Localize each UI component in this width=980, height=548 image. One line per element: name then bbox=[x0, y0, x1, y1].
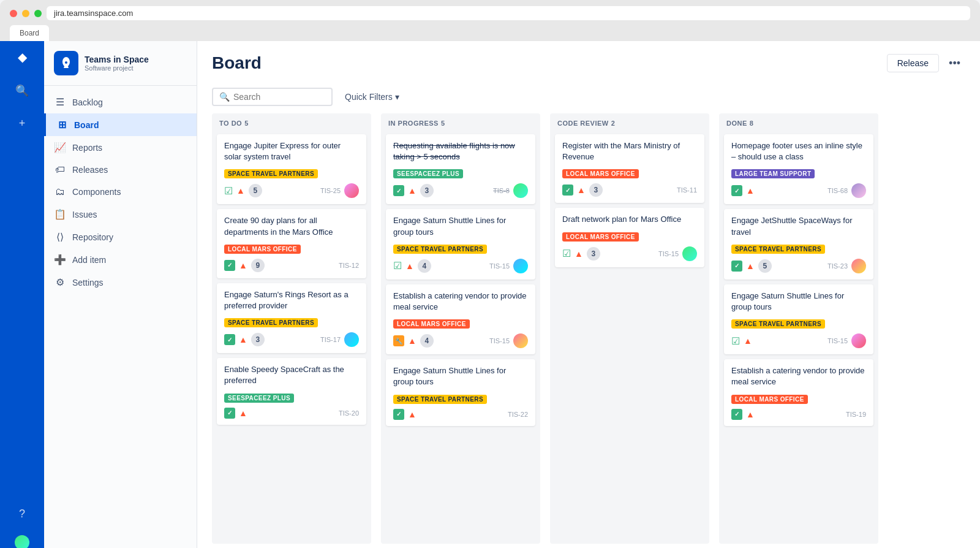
maximize-dot[interactable] bbox=[34, 10, 42, 17]
card[interactable]: Engage Saturn Shuttle Lines for group to… bbox=[386, 209, 535, 279]
card-type-icon: ✓ bbox=[731, 261, 742, 272]
card-id: TIS-15 bbox=[658, 250, 679, 257]
column-cards-done: Homepage footer uses an inline style – s… bbox=[719, 132, 878, 544]
sidebar-item-issues[interactable]: 📋 Issues bbox=[44, 203, 197, 226]
card-type-icon: ✓ bbox=[224, 334, 235, 345]
card-title: Requesting available flights is now taki… bbox=[393, 140, 528, 162]
card-label: SEESPACEEZ PLUS bbox=[393, 169, 463, 178]
card-id: TIS-12 bbox=[339, 262, 359, 269]
card[interactable]: Register with the Mars Ministry of Reven… bbox=[555, 134, 704, 203]
card[interactable]: Enable Speedy SpaceCraft as the preferre… bbox=[217, 358, 366, 424]
sidebar-item-reports[interactable]: 📈 Reports bbox=[44, 136, 197, 159]
sidebar-item-label: Backlog bbox=[72, 97, 103, 107]
card[interactable]: Create 90 day plans for all departments … bbox=[217, 209, 366, 278]
column-code-review: CODE REVIEW 2 Register with the Mars Min… bbox=[550, 113, 709, 544]
search-icon[interactable]: 🔍 bbox=[10, 79, 34, 102]
card-type-icon: ✓ bbox=[224, 408, 235, 419]
card-label: LOCAL MARS OFFICE bbox=[731, 395, 808, 404]
project-header: Teams in Space Software project bbox=[44, 51, 197, 86]
card-id: TIS-20 bbox=[339, 409, 359, 417]
browser-controls: jira.teamsinspace.com bbox=[10, 6, 970, 20]
story-points: 9 bbox=[251, 259, 265, 272]
sidebar-item-components[interactable]: 🗂 Components bbox=[44, 181, 197, 203]
quick-filters-label: Quick Filters bbox=[345, 92, 393, 102]
app-logo[interactable]: ◆ bbox=[18, 50, 27, 64]
card-title: Draft network plan for Mars Office bbox=[562, 214, 697, 225]
board-icon: ⊞ bbox=[56, 119, 68, 131]
browser-tab[interactable]: Board bbox=[10, 25, 49, 41]
sidebar-item-releases[interactable]: 🏷 Releases bbox=[44, 159, 197, 181]
story-points: 3 bbox=[587, 247, 600, 261]
sidebar-item-label: Board bbox=[74, 120, 99, 130]
close-dot[interactable] bbox=[10, 10, 17, 17]
sidebar-item-settings[interactable]: ⚙ Settings bbox=[44, 271, 197, 294]
card-label: LOCAL MARS OFFICE bbox=[393, 319, 470, 329]
card-footer: ✓ ▲ 9 TIS-12 bbox=[224, 259, 359, 272]
priority-icon: ▲ bbox=[746, 261, 755, 271]
card-label: LOCAL MARS OFFICE bbox=[224, 245, 301, 254]
card[interactable]: Engage Jupiter Express for outer solar s… bbox=[217, 134, 366, 204]
search-icon: 🔍 bbox=[219, 92, 230, 102]
card-label: SPACE TRAVEL PARTNERS bbox=[393, 245, 487, 254]
card-label: SPACE TRAVEL PARTNERS bbox=[731, 245, 825, 254]
card[interactable]: Draft network plan for Mars Office LOCAL… bbox=[555, 208, 704, 267]
more-options-button[interactable]: ••• bbox=[944, 55, 965, 72]
create-icon[interactable]: + bbox=[14, 112, 31, 135]
card[interactable]: Engage Saturn Shuttle Lines for group to… bbox=[386, 359, 535, 425]
quick-filters-button[interactable]: Quick Filters ▾ bbox=[340, 88, 404, 105]
card-id: TIS-19 bbox=[846, 411, 866, 418]
column-count-todo: 5 bbox=[244, 120, 249, 127]
card-footer: ✓ ▲ TIS-20 bbox=[224, 408, 359, 419]
issues-icon: 📋 bbox=[54, 208, 66, 220]
card-id: TIS-15 bbox=[827, 337, 848, 344]
sidebar-item-label: Add item bbox=[72, 255, 106, 265]
help-icon[interactable]: ? bbox=[14, 503, 30, 525]
card-type-icon: ✓ bbox=[393, 409, 404, 420]
priority-icon: ▲ bbox=[746, 186, 755, 196]
release-button[interactable]: Release bbox=[887, 54, 939, 72]
card[interactable]: Engage Saturn's Rings Resort as a prefer… bbox=[217, 283, 366, 353]
sidebar-item-label: Releases bbox=[72, 165, 108, 175]
card-footer: ☑ ▲ 5 TIS-25 bbox=[224, 183, 359, 198]
card-title: Create 90 day plans for all departments … bbox=[224, 215, 359, 237]
card-type-icon: ✓ bbox=[393, 185, 404, 196]
card-id: TIS-17 bbox=[320, 336, 341, 343]
priority-icon: ▲ bbox=[575, 249, 583, 259]
card-title: Establish a catering vendor to provide m… bbox=[731, 365, 866, 387]
sidebar-item-repository[interactable]: ⟨⟩ Repository bbox=[44, 226, 197, 248]
sidebar-item-label: Settings bbox=[72, 278, 104, 287]
search-input[interactable] bbox=[233, 92, 325, 102]
card-label: LOCAL MARS OFFICE bbox=[562, 232, 639, 242]
repository-icon: ⟨⟩ bbox=[54, 231, 66, 243]
card[interactable]: Requesting available flights is now taki… bbox=[386, 134, 535, 204]
sidebar-item-backlog[interactable]: ☰ Backlog bbox=[44, 91, 197, 113]
card-type-icon: ☑ bbox=[731, 335, 740, 347]
priority-icon: ▲ bbox=[236, 186, 245, 196]
card[interactable]: Establish a catering vendor to provide m… bbox=[386, 284, 535, 354]
card-footer: ✓ ▲ 3 TIS-17 bbox=[224, 332, 359, 347]
card-footer: ☑ ▲ TIS-15 bbox=[731, 333, 866, 348]
board: TO DO 5 Engage Jupiter Express for outer… bbox=[197, 113, 980, 548]
page-title: Board bbox=[212, 53, 262, 73]
main-header: Board Release ••• bbox=[197, 41, 980, 83]
column-title-code-review: CODE REVIEW bbox=[557, 120, 609, 127]
sidebar-item-label: Components bbox=[72, 187, 121, 197]
card-footer: ✓ ▲ TIS-22 bbox=[393, 409, 528, 420]
priority-icon: ▲ bbox=[408, 409, 417, 419]
user-avatar[interactable] bbox=[15, 535, 29, 548]
card[interactable]: Establish a catering vendor to provide m… bbox=[724, 359, 873, 425]
card-title: Engage Saturn Shuttle Lines for group to… bbox=[393, 365, 528, 387]
sidebar-item-board[interactable]: ⊞ Board bbox=[44, 113, 197, 136]
column-cards-todo: Engage Jupiter Express for outer solar s… bbox=[212, 132, 371, 544]
minimize-dot[interactable] bbox=[22, 10, 29, 17]
card[interactable]: Engage JetShuttle SpaceWays for travel S… bbox=[724, 209, 873, 279]
sidebar-item-add-item[interactable]: ➕ Add item bbox=[44, 248, 197, 271]
card-type-icon: ✓ bbox=[731, 185, 742, 196]
story-points: 4 bbox=[418, 259, 431, 273]
sidebar-item-label: Reports bbox=[72, 143, 102, 153]
card[interactable]: Engage Saturn Shuttle Lines for group to… bbox=[724, 284, 873, 354]
address-bar[interactable]: jira.teamsinspace.com bbox=[47, 6, 970, 20]
card-title: Engage Saturn's Rings Resort as a prefer… bbox=[224, 289, 359, 311]
card-type-icon: 🔧 bbox=[393, 335, 404, 346]
card[interactable]: Homepage footer uses an inline style – s… bbox=[724, 134, 873, 204]
